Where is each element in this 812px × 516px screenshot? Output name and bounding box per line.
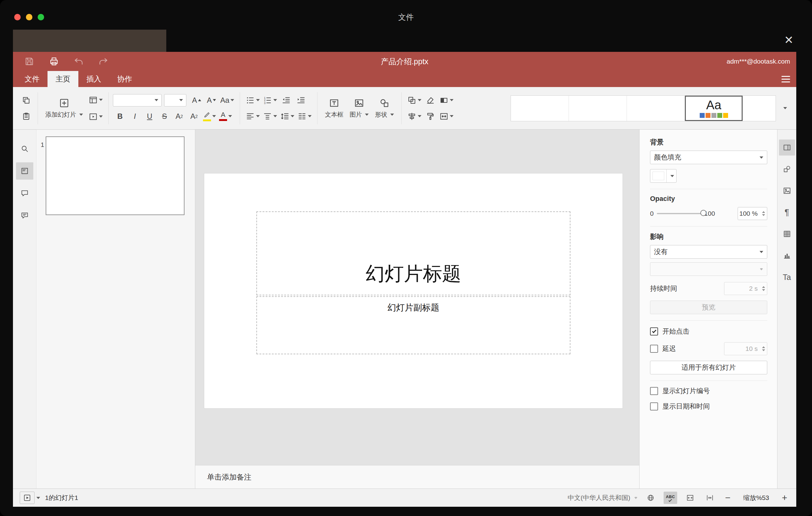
font-name-select[interactable] — [113, 94, 162, 107]
background-fill-select[interactable]: 颜色填充 — [650, 151, 767, 164]
chart-settings-button[interactable] — [779, 248, 795, 263]
theme-option-selected[interactable]: Aa — [685, 96, 743, 121]
highlight-color-button[interactable] — [202, 110, 217, 123]
notes-area[interactable]: 单击添加备注 — [195, 465, 639, 489]
svg-text:3: 3 — [264, 101, 266, 104]
search-button[interactable] — [16, 140, 33, 157]
notes-placeholder: 单击添加备注 — [207, 472, 252, 482]
slide-size-button[interactable] — [438, 110, 455, 123]
print-button[interactable] — [47, 54, 61, 68]
set-document-language-button[interactable] — [644, 492, 658, 504]
slide-settings-button[interactable] — [779, 140, 795, 155]
slide-thumbnail[interactable] — [46, 136, 184, 215]
show-slide-number-checkbox[interactable] — [650, 387, 658, 395]
chevron-down-icon[interactable] — [36, 497, 40, 499]
columns-button[interactable] — [296, 110, 313, 123]
color-scheme-button[interactable] — [438, 93, 455, 107]
zoom-in-button[interactable]: + — [780, 492, 789, 504]
shape-settings-button[interactable] — [779, 161, 795, 177]
slides-panel-button[interactable] — [16, 162, 33, 180]
spinner-down-icon — [762, 349, 765, 351]
language-selector[interactable]: 中文(中华人民共和国) — [568, 493, 638, 502]
slide-layout-button[interactable] — [87, 93, 104, 107]
fit-to-slide-button[interactable] — [683, 492, 697, 504]
image-settings-button[interactable] — [779, 183, 795, 199]
spinner-icons[interactable] — [762, 207, 765, 220]
title-placeholder[interactable]: 幻灯片标题 — [256, 211, 571, 295]
paste-button[interactable] — [19, 110, 33, 123]
background-color-picker[interactable] — [650, 169, 676, 183]
spinner-up-icon[interactable] — [762, 211, 765, 213]
fit-to-width-button[interactable] — [703, 492, 717, 504]
underline-button[interactable]: U — [143, 110, 157, 123]
apply-to-all-button[interactable]: 适用于所有幻灯片 — [650, 361, 767, 374]
minimize-traffic-light[interactable] — [26, 14, 32, 20]
editor-canvas[interactable]: 幻灯片标题 幻灯片副标题 — [195, 130, 639, 465]
arrange-shape-button[interactable] — [406, 93, 423, 107]
effect-select[interactable]: 没有 — [650, 245, 767, 259]
chat-button[interactable] — [16, 207, 33, 224]
opacity-slider[interactable] — [657, 213, 703, 214]
delay-checkbox[interactable] — [650, 345, 658, 353]
bullet-list-button[interactable] — [244, 93, 261, 107]
tab-insert[interactable]: 插入 — [78, 71, 109, 87]
opacity-value-field[interactable]: 100 % — [738, 207, 767, 220]
subscript-button[interactable]: A2 — [187, 110, 201, 123]
close-traffic-light[interactable] — [14, 14, 21, 20]
redo-button[interactable] — [96, 54, 111, 68]
tab-collaboration[interactable]: 协作 — [109, 71, 140, 87]
spellcheck-button[interactable]: ABC — [664, 492, 677, 504]
image-button[interactable]: 图片 — [346, 90, 372, 126]
opacity-slider-knob[interactable] — [700, 210, 706, 216]
change-case-button[interactable]: Aa — [219, 93, 235, 107]
zoom-out-button[interactable]: − — [723, 492, 733, 504]
copy-button[interactable] — [19, 93, 33, 107]
shape-button[interactable]: 形状 — [372, 90, 397, 126]
comments-button[interactable] — [16, 184, 33, 202]
menu-icon[interactable] — [781, 76, 790, 82]
start-slideshow-status-button[interactable] — [20, 492, 34, 504]
subtitle-placeholder[interactable]: 幻灯片副标题 — [256, 296, 571, 354]
undo-button[interactable] — [71, 54, 86, 68]
textbox-button[interactable]: 文本框 — [322, 90, 346, 126]
horizontal-align-button[interactable] — [244, 110, 261, 123]
theme-option-3[interactable] — [627, 96, 685, 121]
show-date-time-checkbox[interactable] — [650, 402, 658, 410]
increase-indent-button[interactable] — [294, 93, 308, 107]
font-color-button[interactable]: A — [218, 110, 233, 123]
theme-option-1[interactable] — [511, 96, 569, 121]
zoom-level[interactable]: 缩放%53 — [739, 493, 774, 502]
theme-option-2[interactable] — [569, 96, 627, 121]
effect-option-select[interactable] — [650, 262, 767, 276]
increase-font-button[interactable]: A — [190, 93, 204, 107]
strikeout-button[interactable]: S — [157, 110, 172, 123]
line-spacing-button[interactable] — [279, 110, 295, 123]
tab-file[interactable]: 文件 — [17, 71, 48, 87]
decrease-indent-button[interactable] — [279, 93, 293, 107]
table-settings-button[interactable] — [779, 226, 795, 242]
theme-gallery-expand-button[interactable] — [778, 95, 791, 121]
clear-style-button[interactable] — [423, 93, 437, 107]
save-button[interactable] — [22, 54, 36, 68]
paragraph-settings-button[interactable]: ¶ — [779, 204, 795, 220]
decrease-font-button[interactable]: A — [204, 93, 219, 107]
font-size-select[interactable] — [164, 94, 186, 107]
vertical-align-button[interactable] — [262, 110, 278, 123]
textart-settings-button[interactable]: Ta — [779, 269, 795, 285]
start-slideshow-button[interactable] — [87, 110, 104, 123]
numbered-list-button[interactable]: 123 — [262, 93, 278, 107]
add-slide-label: 添加幻灯片 — [45, 111, 76, 119]
superscript-button[interactable]: A2 — [172, 110, 186, 123]
italic-button[interactable]: I — [128, 110, 142, 123]
slide[interactable]: 幻灯片标题 幻灯片副标题 — [204, 173, 622, 408]
fullscreen-traffic-light[interactable] — [38, 14, 44, 20]
preview-button[interactable]: 预览 — [650, 300, 767, 314]
add-slide-button[interactable]: 添加幻灯片 — [42, 90, 86, 126]
start-on-click-checkbox[interactable] — [650, 327, 658, 336]
copy-style-button[interactable] — [423, 110, 437, 123]
bold-button[interactable]: B — [113, 110, 127, 123]
spinner-down-icon[interactable] — [762, 214, 765, 216]
align-shape-button[interactable] — [406, 110, 423, 123]
tab-home[interactable]: 主页 — [48, 71, 78, 87]
close-icon[interactable]: ✕ — [784, 34, 793, 46]
